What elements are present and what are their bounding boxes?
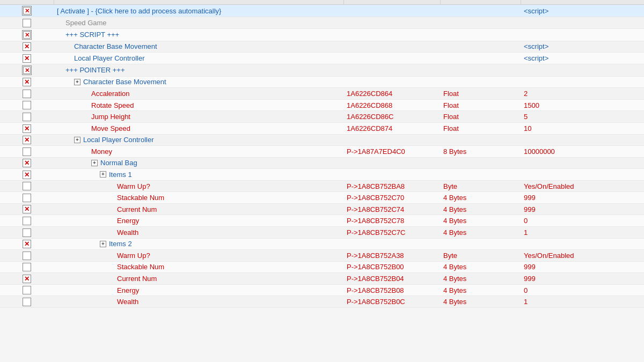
- value-cell: 999: [521, 192, 644, 204]
- type-cell: [440, 238, 521, 250]
- value-cell: 1500: [521, 99, 644, 111]
- checkbox-unchecked[interactable]: [23, 217, 31, 225]
- checkbox-unchecked[interactable]: [23, 194, 31, 202]
- table-row: Speed Game: [0, 17, 644, 29]
- expand-button[interactable]: +: [74, 137, 80, 143]
- address-cell: [343, 28, 440, 41]
- checkbox-unchecked[interactable]: [23, 286, 31, 294]
- active-cell: [0, 296, 54, 308]
- active-cell: [0, 99, 54, 111]
- table-row: Warm Up?P->1A8CB752A38ByteYes/On/Enabled: [0, 250, 644, 262]
- table-row: ✕+Items 1: [0, 169, 644, 181]
- address-cell: [343, 5, 440, 17]
- table-row: Stackable NumP->1A8CB752C704 Bytes999: [0, 192, 644, 204]
- table-row: ✕+Normal Bag: [0, 157, 644, 169]
- table-row: ✕+++ SCRIPT +++: [0, 28, 644, 41]
- type-cell: [440, 17, 521, 29]
- address-cell: P->1A8CB752B04: [343, 273, 440, 285]
- table-row: ✕+Character Base Movement: [0, 76, 644, 88]
- checkbox-checked[interactable]: ✕: [23, 240, 31, 248]
- desc-cell: +Local Player Controller: [54, 134, 343, 146]
- active-cell: ✕: [0, 238, 54, 250]
- value-cell: Yes/On/Enabled: [521, 250, 644, 262]
- desc-cell: +++ SCRIPT +++: [54, 28, 343, 41]
- address-cell: 1A6226CD864: [343, 88, 440, 100]
- checkbox-unchecked[interactable]: [23, 19, 31, 27]
- table-row: ✕Character Base Movement<script>: [0, 41, 644, 53]
- checkbox-unchecked[interactable]: [23, 298, 31, 306]
- row-label: +++ POINTER +++: [65, 66, 125, 74]
- expand-button[interactable]: +: [100, 171, 106, 178]
- checkbox-unchecked[interactable]: [23, 228, 31, 237]
- checkbox-checked-outer[interactable]: ✕: [22, 30, 32, 40]
- desc-cell: +Normal Bag: [54, 157, 343, 169]
- checkbox-unchecked[interactable]: [23, 147, 31, 156]
- checkbox-checked[interactable]: ✕: [23, 124, 31, 133]
- type-cell: 4 Bytes: [440, 203, 521, 215]
- checkbox-checked[interactable]: ✕: [23, 54, 31, 63]
- value-cell: 999: [521, 273, 644, 285]
- address-cell: [343, 17, 440, 29]
- row-label: Energy: [117, 286, 139, 294]
- checkbox-unchecked[interactable]: [23, 182, 31, 190]
- checkbox-checked[interactable]: ✕: [23, 159, 31, 167]
- checkbox-checked[interactable]: ✕: [23, 42, 31, 51]
- type-cell: [440, 53, 521, 64]
- checkbox-checked[interactable]: ✕: [23, 136, 31, 144]
- desc-cell: Stackable Num: [54, 192, 343, 204]
- checkbox-unchecked[interactable]: [23, 101, 31, 109]
- desc-cell: Jump Height: [54, 111, 343, 123]
- type-cell: [440, 169, 521, 181]
- expand-button[interactable]: +: [100, 241, 106, 247]
- header-val: [521, 0, 644, 5]
- value-cell: [521, 64, 644, 76]
- type-cell: 4 Bytes: [440, 215, 521, 227]
- address-cell: [343, 64, 440, 76]
- type-cell: 4 Bytes: [440, 227, 521, 239]
- active-cell: [0, 227, 54, 239]
- value-cell: <script>: [521, 5, 644, 17]
- checkbox-checked-outer[interactable]: ✕: [22, 65, 32, 75]
- table-row: EnergyP->1A8CB752C784 Bytes0: [0, 215, 644, 227]
- cheat-table: ✕[ Activate ] - {Click here to add proce…: [0, 0, 644, 308]
- table-row: Warm Up?P->1A8CB752BA8ByteYes/On/Enabled: [0, 180, 644, 192]
- desc-cell: +Items 2: [54, 238, 343, 250]
- table-row: ✕+Local Player Controller: [0, 134, 644, 146]
- table-row: ✕Local Player Controller<script>: [0, 53, 644, 64]
- active-cell: ✕: [0, 169, 54, 181]
- active-cell: ✕: [0, 157, 54, 169]
- checkbox-unchecked[interactable]: [23, 263, 31, 271]
- checkbox-checked-outer[interactable]: ✕: [22, 6, 32, 16]
- expand-button[interactable]: +: [74, 79, 80, 85]
- checkbox-checked[interactable]: ✕: [23, 78, 31, 86]
- active-cell: ✕: [0, 273, 54, 285]
- active-cell: ✕: [0, 122, 54, 134]
- desc-cell: Warm Up?: [54, 250, 343, 262]
- address-cell: P->1A8CB752A38: [343, 250, 440, 262]
- expand-button[interactable]: +: [91, 160, 98, 166]
- active-cell: ✕: [0, 5, 54, 17]
- desc-cell: Accaleration: [54, 88, 343, 100]
- row-label: [ Activate ] - {Click here to add proces…: [57, 7, 221, 15]
- address-cell: P->1A8CB752C78: [343, 215, 440, 227]
- checkbox-unchecked[interactable]: [23, 113, 31, 121]
- active-cell: [0, 192, 54, 204]
- desc-cell: Money: [54, 146, 343, 158]
- type-cell: 4 Bytes: [440, 261, 521, 273]
- desc-cell: Energy: [54, 215, 343, 227]
- checkbox-checked[interactable]: ✕: [23, 205, 31, 213]
- address-cell: P->1A8CB752B00: [343, 261, 440, 273]
- table-body: ✕[ Activate ] - {Click here to add proce…: [0, 5, 644, 308]
- address-cell: P->1A8CB752C70: [343, 192, 440, 204]
- checkbox-checked[interactable]: ✕: [23, 171, 31, 179]
- checkbox-checked[interactable]: ✕: [23, 275, 31, 283]
- value-cell: 1: [521, 296, 644, 308]
- desc-cell: +Character Base Movement: [54, 76, 343, 88]
- row-label: Warm Up?: [117, 182, 150, 190]
- table-row: Rotate Speed1A6226CD868Float1500: [0, 99, 644, 111]
- checkbox-unchecked[interactable]: [23, 252, 31, 260]
- table-row: ✕Move Speed1A6226CD874Float10: [0, 122, 644, 134]
- checkbox-unchecked[interactable]: [23, 90, 31, 98]
- type-cell: Float: [440, 111, 521, 123]
- row-label: Local Player Controller: [83, 136, 154, 144]
